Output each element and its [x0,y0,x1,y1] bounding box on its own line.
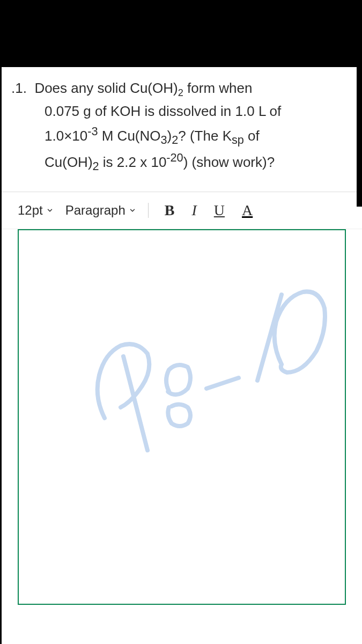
right-black-border [357,67,362,207]
question-number: .1. [11,80,27,96]
chevron-down-icon [129,207,136,214]
content-area: .1. Does any solid Cu(OH)2 form when 0.0… [0,67,362,644]
font-size-label: 12pt [18,203,43,218]
handwriting-content [72,257,330,461]
question-text: .1. Does any solid Cu(OH)2 form when [11,78,346,100]
chevron-down-icon [46,207,54,214]
paragraph-dropdown[interactable]: Paragraph [65,203,136,218]
italic-button[interactable]: I [191,202,196,219]
toolbar-divider [148,203,149,218]
text-color-button[interactable]: A [242,202,253,219]
question-container: .1. Does any solid Cu(OH)2 form when 0.0… [2,67,362,192]
font-size-dropdown[interactable]: 12pt [18,203,54,218]
underline-button[interactable]: U [214,202,225,219]
question-body-line3: 1.0×10-3 M Cu(NO3)2? (The Ksp of [11,122,346,149]
paragraph-label: Paragraph [65,203,125,218]
bold-button[interactable]: B [165,202,175,219]
editor-toolbar: 12pt Paragraph B I U A [2,192,362,229]
question-body-line2: 0.075 g of KOH is dissolved in 1.0 L of [11,100,346,122]
format-buttons: B I U A [165,202,253,219]
editor-textarea[interactable] [18,229,346,605]
top-black-bar [0,0,362,67]
question-body-line4: Cu(OH)2 is 2.2 x 10-20) (show work)? [11,149,346,175]
